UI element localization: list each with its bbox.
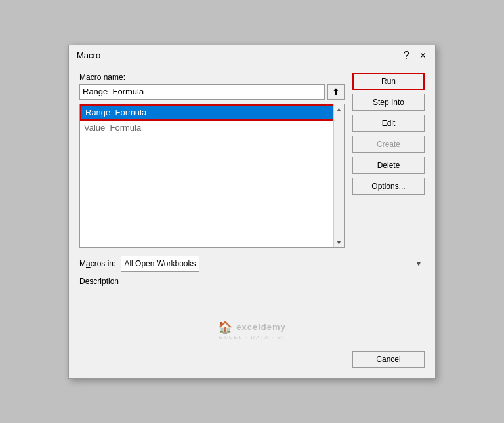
dialog-title: Macro <box>77 50 100 60</box>
dialog-content: Macro name: ⬆ Range_Formula Value_Formul… <box>69 65 435 378</box>
cancel-button[interactable]: Cancel <box>352 351 425 368</box>
upload-icon: ⬆ <box>332 87 340 97</box>
options-button[interactable]: Options... <box>352 178 425 195</box>
upload-button[interactable]: ⬆ <box>327 84 345 100</box>
description-text <box>79 289 425 315</box>
delete-button[interactable]: Delete <box>352 157 425 174</box>
macros-in-label: Macros in: <box>79 259 116 268</box>
close-button[interactable]: × <box>419 50 427 61</box>
macro-name-row: ⬆ <box>79 84 345 100</box>
macro-list-item[interactable]: Range_Formula <box>80 104 344 121</box>
macros-in-select-wrapper: All Open Workbooks This Workbook <box>121 256 425 272</box>
step-into-button[interactable]: Step Into <box>352 94 425 111</box>
watermark-logo: exceldemy <box>236 322 286 332</box>
footer-row: Cancel <box>79 351 425 368</box>
title-bar: Macro ? × <box>69 45 435 65</box>
macros-in-row: Macros in: All Open Workbooks This Workb… <box>79 256 425 272</box>
macro-list-container[interactable]: Range_Formula Value_Formula ▲ ▼ <box>79 104 345 248</box>
help-button[interactable]: ? <box>402 50 411 61</box>
watermark-sub: EXCEL · DATA · BI <box>219 334 285 340</box>
right-panel: Run Step Into Edit Create Delete Options… <box>352 73 425 195</box>
macro-dialog: Macro ? × Macro name: ⬆ Range_Formula <box>68 45 436 379</box>
scroll-down-icon[interactable]: ▼ <box>335 237 344 247</box>
watermark-icon: 🏠 <box>218 320 232 334</box>
bottom-section: Macros in: All Open Workbooks This Workb… <box>79 256 425 315</box>
edit-button[interactable]: Edit <box>352 115 425 132</box>
macro-name-label: Macro name: <box>79 73 345 82</box>
macros-in-select[interactable]: All Open Workbooks This Workbook <box>121 256 200 272</box>
title-bar-controls: ? × <box>402 50 427 61</box>
macro-name-input[interactable] <box>79 84 325 100</box>
scroll-up-icon[interactable]: ▲ <box>335 104 344 114</box>
left-panel: Macro name: ⬆ Range_Formula Value_Formul… <box>79 73 345 248</box>
scrollbar[interactable]: ▲ ▼ <box>333 104 344 247</box>
watermark: 🏠 exceldemy EXCEL · DATA · BI <box>79 320 425 340</box>
form-section: Macro name: ⬆ Range_Formula Value_Formul… <box>79 73 425 248</box>
macro-list-item[interactable]: Value_Formula <box>80 121 344 134</box>
create-button[interactable]: Create <box>352 136 425 153</box>
macro-list: Range_Formula Value_Formula <box>80 104 344 134</box>
description-label: Description <box>79 277 425 286</box>
run-button[interactable]: Run <box>352 73 425 90</box>
